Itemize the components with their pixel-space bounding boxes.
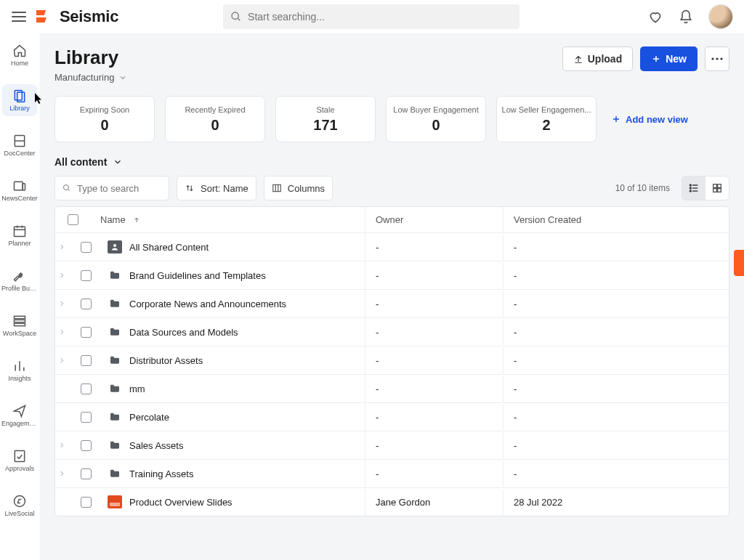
- upload-button[interactable]: Upload: [562, 46, 633, 71]
- sort-button[interactable]: Sort: Name: [177, 176, 256, 200]
- table-row[interactable]: Product Overview SlidesJane Gordon28 Jul…: [55, 488, 729, 516]
- stat-card[interactable]: Low Buyer Engagement0: [386, 96, 486, 142]
- table-search[interactable]: [54, 176, 169, 200]
- row-checkbox[interactable]: [81, 355, 92, 366]
- sidebar-item-engagements[interactable]: Engagements: [2, 399, 37, 431]
- brand-logo[interactable]: Seismic: [36, 7, 118, 26]
- sidebar-item-library[interactable]: Library: [2, 84, 37, 116]
- row-checkbox[interactable]: [81, 270, 92, 281]
- list-view-button[interactable]: [682, 176, 705, 200]
- global-search-input[interactable]: [248, 11, 512, 23]
- folder-icon: [108, 269, 122, 282]
- favorites-icon[interactable]: [648, 9, 663, 24]
- row-name: Brand Guidelines and Templates: [129, 270, 266, 281]
- sidebar-item-planner[interactable]: Planner: [2, 219, 37, 251]
- row-owner: -: [376, 270, 379, 281]
- folder-icon: [108, 439, 122, 452]
- global-search[interactable]: [223, 4, 519, 29]
- row-checkbox[interactable]: [81, 384, 92, 394]
- table-row[interactable]: Brand Guidelines and Templates--: [55, 261, 729, 290]
- sidebar-item-insights[interactable]: Insights: [2, 354, 37, 386]
- svg-rect-0: [36, 10, 46, 15]
- table-search-input[interactable]: [77, 183, 161, 194]
- svg-line-19: [68, 189, 69, 190]
- sidebar-item-livesocial[interactable]: LiveSocial: [2, 490, 37, 522]
- svg-rect-27: [718, 189, 721, 192]
- row-checkbox[interactable]: [81, 299, 92, 309]
- table-row[interactable]: Distributor Assets--: [55, 346, 729, 375]
- add-view-label: Add new view: [626, 114, 688, 125]
- right-edge-tab[interactable]: [734, 250, 744, 276]
- row-checkbox[interactable]: [81, 327, 92, 338]
- svg-point-15: [711, 57, 713, 60]
- breadcrumb[interactable]: Manufacturing: [54, 72, 127, 83]
- sidebar-item-label: Home: [11, 60, 28, 67]
- sidebar-item-approvals[interactable]: Approvals: [2, 445, 37, 476]
- expand-toggle[interactable]: [55, 470, 68, 477]
- select-all-checkbox[interactable]: [68, 214, 78, 225]
- expand-toggle[interactable]: [55, 272, 68, 279]
- stat-card[interactable]: Expiring Soon0: [54, 96, 155, 142]
- row-checkbox[interactable]: [81, 242, 92, 253]
- notifications-icon[interactable]: [679, 9, 693, 24]
- row-version: -: [514, 440, 517, 451]
- stat-card[interactable]: Stale171: [275, 96, 376, 142]
- table-row[interactable]: Training Assets--: [55, 460, 729, 488]
- row-checkbox[interactable]: [81, 440, 92, 451]
- main-panel: Library Manufacturing Upload New: [40, 0, 744, 560]
- content-filter[interactable]: All content: [54, 156, 123, 168]
- sidebar-item-profile-builder[interactable]: Profile Buil...: [2, 264, 37, 296]
- row-name: Sales Assets: [129, 440, 183, 451]
- columns-button[interactable]: Columns: [264, 176, 333, 200]
- col-header-owner[interactable]: Owner: [365, 207, 504, 232]
- table-row[interactable]: All Shared Content--: [55, 233, 729, 261]
- expand-toggle[interactable]: [55, 300, 68, 307]
- sidebar-item-label: DocCenter: [4, 150, 35, 157]
- svg-point-16: [716, 57, 718, 60]
- table-header: Name Owner Version Created: [55, 207, 729, 233]
- svg-rect-24: [713, 184, 717, 188]
- row-checkbox[interactable]: [81, 412, 92, 423]
- col-header-name[interactable]: Name: [90, 207, 365, 232]
- expand-toggle[interactable]: [55, 357, 68, 364]
- row-checkbox[interactable]: [81, 497, 92, 508]
- sidebar-item-home[interactable]: Home: [2, 39, 37, 71]
- table-row[interactable]: mm--: [55, 375, 729, 403]
- stat-card[interactable]: Recently Expired0: [165, 96, 265, 142]
- expand-toggle[interactable]: [55, 442, 68, 449]
- sidebar-item-label: LiveSocial: [4, 511, 34, 517]
- svg-point-2: [232, 12, 238, 19]
- more-actions-button[interactable]: [705, 46, 729, 71]
- add-new-view[interactable]: Add new view: [611, 114, 688, 125]
- stat-cards-row: Expiring Soon0Recently Expired0Stale171L…: [40, 83, 744, 142]
- user-avatar[interactable]: [709, 5, 732, 28]
- svg-rect-9: [15, 227, 25, 236]
- menu-toggle[interactable]: [12, 12, 26, 22]
- table-row[interactable]: Data Sources and Models--: [55, 318, 729, 346]
- expand-toggle[interactable]: [55, 328, 68, 336]
- table-row[interactable]: Corporate News and Announcements--: [55, 290, 729, 318]
- sidebar-item-newscenter[interactable]: NewsCenter: [2, 174, 37, 206]
- col-header-version[interactable]: Version Created: [504, 207, 729, 232]
- svg-rect-25: [718, 184, 721, 188]
- expand-toggle[interactable]: [55, 243, 68, 251]
- stat-card[interactable]: Low Seller Engagemen...2: [496, 96, 597, 142]
- svg-rect-11: [15, 320, 25, 322]
- folder-icon: [108, 354, 122, 367]
- sidebar-item-doccenter[interactable]: DocCenter: [2, 129, 37, 161]
- chevron-down-icon: [118, 73, 127, 82]
- grid-view-button[interactable]: [705, 176, 729, 200]
- svg-point-14: [15, 496, 25, 507]
- row-name: Distributor Assets: [129, 355, 203, 366]
- sort-label: Sort: Name: [201, 183, 248, 194]
- row-name: Data Sources and Models: [129, 327, 238, 338]
- table-row[interactable]: Percolate--: [55, 403, 729, 431]
- insights-icon: [12, 359, 27, 373]
- row-checkbox[interactable]: [81, 468, 92, 479]
- table-row[interactable]: Sales Assets--: [55, 431, 729, 460]
- sidebar-item-workspace[interactable]: WorkSpace: [2, 309, 37, 341]
- new-button[interactable]: New: [640, 46, 698, 71]
- plus-icon: [651, 54, 661, 64]
- svg-rect-10: [15, 316, 25, 318]
- col-header-label: Version Created: [514, 214, 581, 225]
